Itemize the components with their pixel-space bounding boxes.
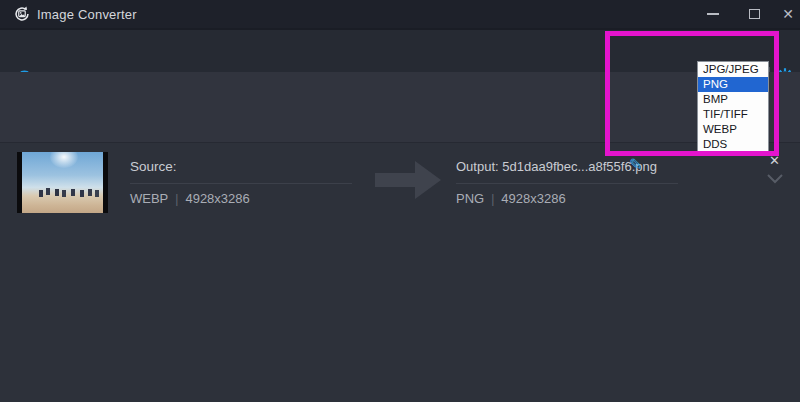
format-dropdown-list: JPG/JPEGPNGBMPTIF/TIFFWEBPDDS: [697, 61, 769, 153]
toolbar: Add Source File Convert All to: PNG: [0, 28, 800, 72]
output-divider: [456, 183, 678, 184]
close-icon: ✕: [782, 7, 794, 21]
source-format: WEBP: [130, 191, 168, 206]
output-label: Output:: [456, 159, 499, 174]
app-logo-icon: [13, 5, 31, 23]
separator-pipe: |: [175, 192, 178, 206]
remove-file-icon[interactable]: ✕: [769, 153, 780, 168]
output-dimensions: 4928x3286: [501, 191, 565, 206]
expand-row-chevron-icon[interactable]: [766, 173, 784, 185]
source-label: Source:: [130, 159, 177, 174]
close-button[interactable]: ✕: [771, 0, 800, 28]
output-format-info: PNG | 4928x3286: [456, 191, 566, 206]
thumbnail-image: [22, 152, 103, 213]
source-thumbnail: [17, 152, 108, 213]
format-option-bmp[interactable]: BMP: [698, 92, 768, 107]
format-option-png[interactable]: PNG: [698, 77, 768, 92]
format-option-tif-tiff[interactable]: TIF/TIFF: [698, 107, 768, 122]
source-dimensions: 4928x3286: [185, 191, 249, 206]
title-bar: Image Converter ✕: [0, 0, 800, 28]
edit-output-name-icon[interactable]: ✎: [629, 155, 642, 174]
thumbnail-caravan-silhouettes: [31, 189, 35, 196]
format-option-jpg-jpeg[interactable]: JPG/JPEG: [698, 62, 768, 77]
format-option-webp[interactable]: WEBP: [698, 122, 768, 137]
maximize-icon: [749, 9, 760, 19]
output-format: PNG: [456, 191, 484, 206]
app-window: Image Converter ✕ Add Source File Conver…: [0, 0, 800, 402]
window-title: Image Converter: [37, 7, 137, 22]
minimize-icon: [707, 13, 719, 15]
source-divider: [130, 183, 352, 184]
convert-arrow-icon: [375, 161, 441, 199]
minimize-button[interactable]: [696, 0, 730, 28]
separator-pipe: |: [491, 192, 494, 206]
file-row[interactable]: Source: WEBP | 4928x3286 Output: 5d1daa9…: [0, 72, 800, 143]
thumbnail-sun: [50, 152, 78, 168]
format-option-dds[interactable]: DDS: [698, 137, 768, 152]
output-line: Output: 5d1daa9fbec...a8f55f6.png: [456, 159, 657, 174]
source-format-info: WEBP | 4928x3286: [130, 191, 250, 206]
maximize-button[interactable]: [737, 0, 771, 28]
